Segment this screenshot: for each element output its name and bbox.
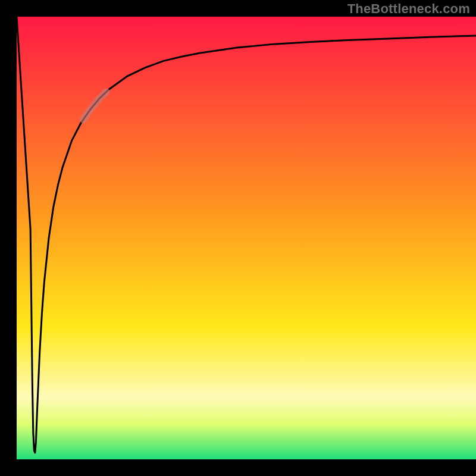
bottleneck-chart: [0, 0, 476, 476]
chart-container: TheBottleneck.com: [0, 0, 476, 476]
plot-background: [17, 17, 476, 459]
